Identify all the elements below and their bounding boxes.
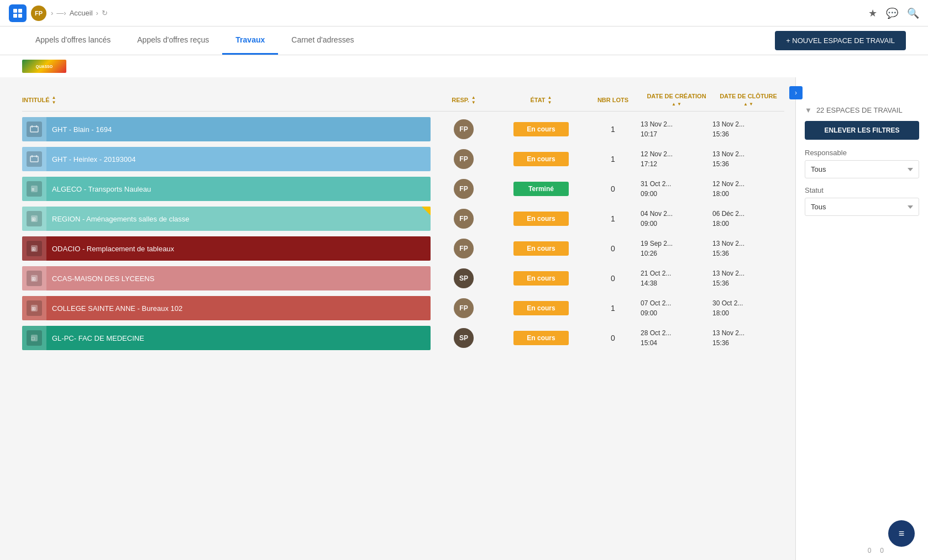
row-icon-5: ⊞ — [22, 236, 46, 261]
date-cloture-7: 30 Oct 2... 18:00 — [712, 298, 784, 318]
svg-rect-4 — [18, 14, 22, 18]
svg-text:⊞: ⊞ — [32, 276, 36, 282]
row-title-6[interactable]: ⊞ CCAS-MAISON DES LYCEENS — [22, 266, 431, 290]
date-cloture-3: 12 Nov 2... 18:00 — [712, 179, 784, 199]
svg-text:⊞: ⊞ — [32, 306, 36, 311]
row-icon-inner-6: ⊞ — [27, 271, 42, 286]
tab-appels-lances[interactable]: Appels d'offres lancés — [22, 27, 124, 55]
row-icon-8: □ — [22, 326, 46, 350]
row-title-4[interactable]: ⊞ REGION - Aménagements salles de classe — [22, 207, 431, 231]
avatar-3: FP — [454, 179, 474, 199]
sort-date-cloture-icon[interactable]: ▲ ▼ — [743, 102, 753, 107]
tab-travaux[interactable]: Travaux — [222, 27, 278, 55]
table-row[interactable]: □ GL-PC- FAC DE MEDECINE SP En cours 0 2… — [22, 325, 784, 351]
statut-filter-select[interactable]: Tous — [805, 198, 919, 216]
col-nbr-lots: NBR LOTS — [585, 93, 641, 107]
avatar-7: FP — [454, 298, 474, 318]
date-cloture-4: 06 Déc 2... 18:00 — [712, 209, 784, 229]
status-badge-1: En cours — [513, 122, 569, 136]
row-icon-4: ⊞ — [22, 207, 46, 231]
sort-intitule-icon[interactable]: ▲▼ — [52, 95, 56, 105]
date-creation-6: 21 Oct 2... 14:38 — [641, 268, 712, 288]
search-icon[interactable]: 🔍 — [907, 7, 919, 19]
top-bar-left: FP › —› Accueil › ↻ — [9, 4, 108, 22]
avatar-6: SP — [454, 268, 474, 288]
new-workspace-button[interactable]: + NOUVEL ESPACE DE TRAVAIL — [775, 31, 906, 50]
tab-carnet[interactable]: Carnet d'adresses — [278, 27, 367, 55]
table-row[interactable]: GHT - Heinlex - 20193004 FP En cours 1 1… — [22, 146, 784, 172]
table-row[interactable]: ⊞ REGION - Aménagements salles de classe… — [22, 205, 784, 232]
row-label-1: GHT - Blain - 1694 — [46, 125, 117, 134]
date-creation-8: 28 Oct 2... 15:04 — [641, 328, 712, 348]
table-row[interactable]: ≡ ALGECO - Transports Nauleau FP Terminé… — [22, 176, 784, 202]
tab-appels-recus[interactable]: Appels d'offres reçus — [124, 27, 222, 55]
row-title-1[interactable]: GHT - Blain - 1694 — [22, 117, 431, 141]
status-badge-7: En cours — [513, 301, 569, 315]
nbr-cell-2: 1 — [585, 155, 641, 163]
nbr-cell-6: 0 — [585, 274, 641, 283]
etat-cell-3: Terminé — [497, 182, 585, 196]
row-title-3[interactable]: ≡ ALGECO - Transports Nauleau — [22, 177, 431, 201]
row-title-5[interactable]: ⊞ ODACIO - Remplacement de tableaux — [22, 236, 431, 261]
resp-cell-6: SP — [431, 268, 497, 288]
breadcrumb-home[interactable]: Accueil — [70, 9, 93, 17]
resp-cell-7: FP — [431, 298, 497, 318]
row-label-8: GL-PC- FAC DE MEDECINE — [46, 334, 150, 342]
breadcrumb-separator2: › — [96, 9, 98, 17]
row-icon-inner-5: ⊞ — [27, 241, 42, 256]
row-icon-3: ≡ — [22, 177, 46, 201]
resp-cell-1: FP — [431, 119, 497, 139]
remove-filters-button[interactable]: ENLEVER LES FILTRES — [805, 121, 919, 140]
refresh-icon[interactable]: ↻ — [102, 9, 108, 17]
row-label-6: CCAS-MAISON DES LYCEENS — [46, 274, 160, 283]
table-row[interactable]: GHT - Blain - 1694 FP En cours 1 13 Nov … — [22, 116, 784, 142]
date-cloture-1: 13 Nov 2... 15:36 — [712, 119, 784, 139]
messages-icon[interactable]: 💬 — [886, 7, 898, 19]
svg-rect-1 — [13, 9, 17, 13]
row-icon-7: ⊞ — [22, 296, 46, 320]
sort-date-creation-icon[interactable]: ▲ ▼ — [672, 102, 681, 107]
resp-cell-3: FP — [431, 179, 497, 199]
col-date-creation: DATE DE CRÉATION ▲ ▼ — [641, 93, 712, 107]
sidebar-collapse-button[interactable]: › — [789, 86, 803, 99]
date-cloture-6: 13 Nov 2... 15:36 — [712, 268, 784, 288]
row-label-5: ODACIO - Remplacement de tableaux — [46, 245, 180, 253]
table-row[interactable]: ⊞ COLLEGE SAINTE ANNE - Bureaux 102 FP E… — [22, 295, 784, 321]
chat-fab-button[interactable]: ≡ — [888, 520, 915, 547]
etat-cell-8: En cours — [497, 331, 585, 345]
row-icon-inner-2 — [27, 151, 42, 167]
row-label-2: GHT - Heinlex - 20193004 — [46, 155, 141, 163]
row-icon-inner-1 — [27, 121, 42, 137]
date-creation-1: 13 Nov 2... 10:17 — [641, 119, 712, 139]
row-label-7: COLLEGE SAINTE ANNE - Bureaux 102 — [46, 304, 188, 313]
date-creation-7: 07 Oct 2... 09:00 — [641, 298, 712, 318]
logo-area: QUASSO — [0, 55, 928, 77]
table-row[interactable]: ⊞ ODACIO - Remplacement de tableaux FP E… — [22, 235, 784, 262]
row-corner-4 — [422, 207, 431, 215]
table-header: INTITULÉ ▲▼ RESP. ▲▼ ÉTAT ▲▼ NBR LOTS DA… — [22, 88, 784, 112]
app-logo[interactable] — [9, 4, 27, 22]
row-title-2[interactable]: GHT - Heinlex - 20193004 — [22, 147, 431, 171]
date-cloture-5: 13 Nov 2... 15:36 — [712, 239, 784, 258]
row-icon-1 — [22, 117, 46, 141]
avatar-4: FP — [454, 209, 474, 229]
table-area: INTITULÉ ▲▼ RESP. ▲▼ ÉTAT ▲▼ NBR LOTS DA… — [0, 77, 795, 560]
sort-resp-icon[interactable]: ▲▼ — [471, 95, 476, 105]
breadcrumb-arrow-icon: —› — [56, 9, 66, 17]
resp-cell-5: FP — [431, 239, 497, 258]
bottom-count-1: 0 — [868, 547, 872, 554]
status-badge-2: En cours — [513, 152, 569, 166]
sort-etat-icon[interactable]: ▲▼ — [548, 95, 552, 105]
row-label-4: REGION - Aménagements salles de classe — [46, 215, 195, 223]
favorites-icon[interactable]: ★ — [868, 7, 877, 19]
date-creation-3: 31 Oct 2... 09:00 — [641, 179, 712, 199]
workspace-count-label: 22 ESPACES DE TRAVAIL — [816, 106, 903, 114]
date-cloture-8: 13 Nov 2... 15:36 — [712, 328, 784, 348]
responsable-filter-select[interactable]: Tous — [805, 160, 919, 178]
user-avatar[interactable]: FP — [31, 6, 46, 21]
breadcrumb-separator: › — [51, 9, 53, 17]
row-title-8[interactable]: □ GL-PC- FAC DE MEDECINE — [22, 326, 431, 350]
row-title-7[interactable]: ⊞ COLLEGE SAINTE ANNE - Bureaux 102 — [22, 296, 431, 320]
nbr-cell-1: 1 — [585, 125, 641, 134]
table-row[interactable]: ⊞ CCAS-MAISON DES LYCEENS SP En cours 0 … — [22, 265, 784, 292]
